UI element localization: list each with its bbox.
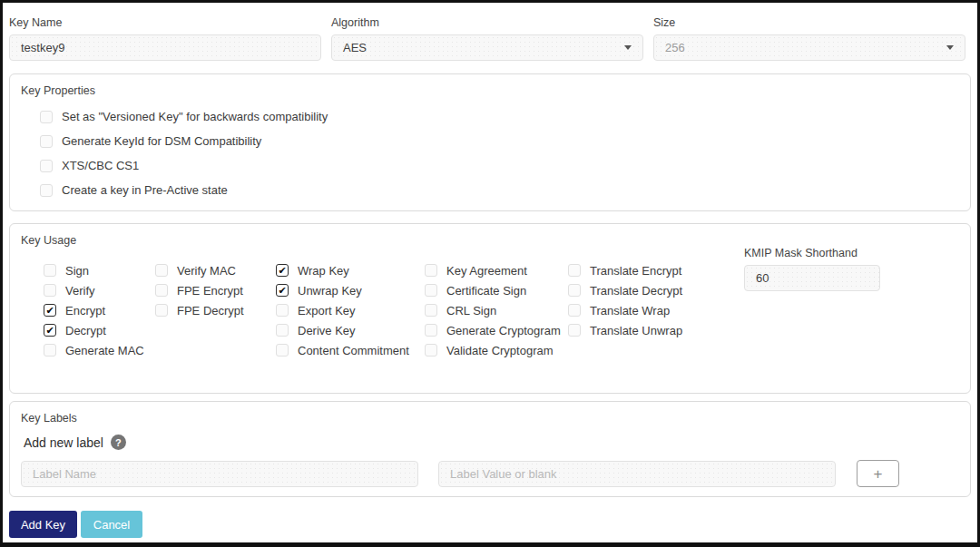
checkbox-set-as-versioned-key-for-backwards-compatibility[interactable]: Set as "Versioned Key" for backwards com… [40,109,959,124]
checkbox-label: Validate Cryptogram [446,344,554,357]
checkbox-validate-cryptogram[interactable]: Validate Cryptogram [425,343,568,357]
create-key-form: Key Name Algorithm AES Size 256 Key Prop… [0,0,980,547]
checkbox-encrypt[interactable]: ✔Encrypt [44,303,155,317]
unchecked-checkbox-icon[interactable] [276,344,289,357]
checked-checkbox-icon[interactable]: ✔ [44,304,56,317]
help-question-icon[interactable]: ? [111,435,126,450]
cancel-button[interactable]: Cancel [81,511,142,538]
key-usage-body: SignVerify✔Encrypt✔DecryptGenerate MAC V… [21,247,959,363]
checked-checkbox-icon[interactable]: ✔ [276,284,289,297]
checkbox-generate-keyid-for-dsm-compatibility[interactable]: Generate KeyId for DSM Compatibility [40,133,959,149]
algorithm-dropdown[interactable]: AES [331,34,643,61]
checkbox-derive-key[interactable]: Derive Key [276,323,425,337]
checkbox-label: CRL Sign [446,304,496,317]
checkbox-generate-mac[interactable]: Generate MAC [44,343,155,357]
key-usage-section: Key Usage SignVerify✔Encrypt✔DecryptGene… [9,223,971,394]
checkbox-export-key[interactable]: Export Key [276,303,425,317]
add-new-label-row: Add new label ? [24,435,959,450]
unchecked-checkbox-icon[interactable] [44,284,56,297]
checkbox-create-a-key-in-pre-active-state[interactable]: Create a key in Pre-Active state [40,182,959,198]
add-key-button[interactable]: Add Key [9,511,77,538]
label-name-input[interactable] [21,461,418,487]
unchecked-checkbox-icon[interactable] [155,284,168,297]
kmip-mask-label: KMIP Mask Shorthand [744,247,880,259]
checkbox-sign[interactable]: Sign [44,263,155,278]
size-dropdown[interactable]: 256 [653,34,965,61]
key-name-field-group: Key Name [9,16,321,61]
kmip-mask-group: KMIP Mask Shorthand [744,247,880,291]
unchecked-checkbox-icon[interactable] [40,184,53,197]
unchecked-checkbox-icon[interactable] [155,264,168,277]
unchecked-checkbox-icon[interactable] [568,284,581,297]
checkbox-label: Set as "Versioned Key" for backwards com… [62,110,328,123]
algorithm-selected-value: AES [343,41,624,54]
checkbox-verify[interactable]: Verify [44,283,155,298]
checkbox-translate-unwrap[interactable]: Translate Unwrap [568,323,695,337]
key-labels-section: Key Labels Add new label ? + [9,401,971,497]
checkbox-unwrap-key[interactable]: ✔Unwrap Key [276,283,425,298]
checked-checkbox-icon[interactable]: ✔ [44,324,56,337]
checkbox-translate-wrap[interactable]: Translate Wrap [568,303,695,317]
label-value-input[interactable] [438,461,836,487]
checkbox-label: Verify MAC [177,264,236,278]
size-field-group: Size 256 [653,16,965,61]
checkbox-label: Content Commitment [298,344,409,357]
checkbox-decrypt[interactable]: ✔Decrypt [44,323,155,337]
key-properties-options: Set as "Versioned Key" for backwards com… [40,109,959,198]
checkbox-fpe-encrypt[interactable]: FPE Encrypt [155,283,276,298]
checkbox-label: Translate Encrypt [590,264,681,278]
unchecked-checkbox-icon[interactable] [425,324,437,337]
checked-checkbox-icon[interactable]: ✔ [276,264,289,277]
key-properties-section: Key Properties Set as "Versioned Key" fo… [9,73,971,211]
kmip-mask-input[interactable] [744,265,880,291]
checkbox-label: Verify [65,284,95,298]
unchecked-checkbox-icon[interactable] [568,324,581,337]
checkbox-translate-decrypt[interactable]: Translate Decrypt [568,283,695,298]
key-name-input[interactable] [9,34,321,61]
unchecked-checkbox-icon[interactable] [568,304,581,317]
checkbox-label: Unwrap Key [298,284,362,298]
checkbox-label: Translate Wrap [590,304,670,317]
algorithm-label: Algorithm [331,16,643,29]
checkbox-verify-mac[interactable]: Verify MAC [155,263,276,278]
unchecked-checkbox-icon[interactable] [155,304,168,317]
checkbox-label: Translate Unwrap [590,324,682,337]
checkbox-certificate-sign[interactable]: Certificate Sign [425,283,568,298]
key-usage-column-5: Translate EncryptTranslate DecryptTransl… [568,263,695,363]
unchecked-checkbox-icon[interactable] [40,160,53,172]
unchecked-checkbox-icon[interactable] [425,264,437,277]
unchecked-checkbox-icon[interactable] [44,264,56,277]
checkbox-label: XTS/CBC CS1 [62,159,139,172]
checkbox-crl-sign[interactable]: CRL Sign [425,303,568,317]
checkbox-generate-cryptogram[interactable]: Generate Cryptogram [425,323,568,337]
unchecked-checkbox-icon[interactable] [44,344,56,357]
checkbox-wrap-key[interactable]: ✔Wrap Key [276,263,425,278]
checkbox-key-agreement[interactable]: Key Agreement [425,263,568,278]
checkbox-label: Generate Cryptogram [446,324,561,337]
label-inputs-row: + [21,460,959,487]
checkbox-label: Encrypt [65,304,105,317]
unchecked-checkbox-icon[interactable] [40,135,53,148]
checkbox-label: Translate Decrypt [590,284,682,298]
unchecked-checkbox-icon[interactable] [40,111,53,123]
add-new-label-text: Add new label [24,435,103,450]
checkbox-label: Certificate Sign [446,284,526,298]
checkbox-fpe-decrypt[interactable]: FPE Decrypt [155,303,276,317]
add-label-button[interactable]: + [857,460,899,487]
key-labels-title: Key Labels [21,412,959,425]
unchecked-checkbox-icon[interactable] [276,304,289,317]
chevron-down-icon [946,45,954,50]
unchecked-checkbox-icon[interactable] [425,344,437,357]
checkbox-xts-cbc-cs1[interactable]: XTS/CBC CS1 [40,158,959,173]
checkbox-content-commitment[interactable]: Content Commitment [276,343,425,357]
unchecked-checkbox-icon[interactable] [425,304,437,317]
key-name-label: Key Name [9,16,321,29]
key-usage-column-2: Verify MACFPE EncryptFPE Decrypt [155,263,276,363]
unchecked-checkbox-icon[interactable] [425,284,437,297]
key-usage-column-3: ✔Wrap Key✔Unwrap KeyExport KeyDerive Key… [276,263,425,363]
checkbox-label: FPE Decrypt [177,304,244,317]
unchecked-checkbox-icon[interactable] [276,324,289,337]
checkbox-translate-encrypt[interactable]: Translate Encrypt [568,263,695,278]
top-fields-row: Key Name Algorithm AES Size 256 [9,16,971,61]
unchecked-checkbox-icon[interactable] [568,264,581,277]
